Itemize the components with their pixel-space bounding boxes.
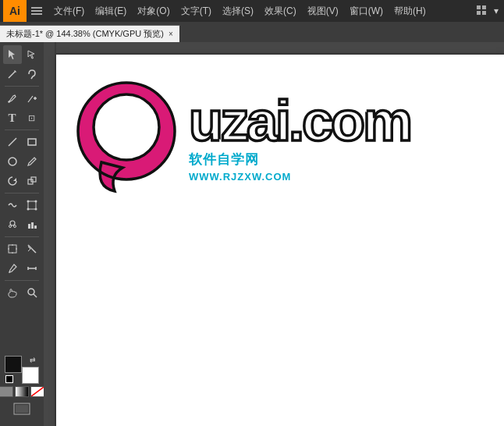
svg-point-19 [34, 201, 37, 203]
free-transform-tool[interactable] [23, 196, 41, 215]
svg-marker-4 [9, 50, 15, 59]
menu-chevron[interactable]: ▾ [492, 4, 501, 18]
color-section: ⇄ [0, 356, 44, 423]
svg-rect-12 [28, 139, 36, 145]
line-tool[interactable] [3, 133, 22, 151]
logo-text-block: uzai.com 软件自学网 WWW.RJZXW.COM [189, 94, 410, 183]
svg-point-23 [9, 225, 11, 228]
menu-object[interactable]: 对象(O) [132, 3, 175, 20]
column-graph-tool[interactable] [23, 215, 41, 234]
svg-rect-28 [9, 245, 16, 253]
zoom-tool[interactable] [23, 283, 41, 302]
color-mode-row [0, 386, 44, 397]
svg-rect-2 [477, 11, 481, 15]
direct-selection-tool[interactable] [23, 45, 41, 64]
svg-rect-1 [482, 5, 486, 9]
swap-colors-icon[interactable]: ⇄ [30, 356, 39, 365]
svg-point-20 [27, 208, 29, 211]
logo-sub-text: WWW.RJZXW.COM [189, 171, 410, 183]
svg-point-34 [9, 272, 10, 273]
rotate-tool[interactable] [3, 172, 22, 190]
workspace-switcher-icon[interactable] [473, 2, 492, 20]
svg-rect-43 [44, 42, 504, 55]
tab-title: 未标题-1* @ 144.38% (CMYK/GPU 预览) [6, 28, 164, 40]
menu-file[interactable]: 文件(F) [48, 3, 90, 20]
artboard-tool[interactable] [3, 240, 22, 258]
color-mode-none[interactable] [30, 386, 44, 397]
color-swatch-area: ⇄ [5, 356, 39, 384]
main-area: T ⊡ [0, 42, 504, 426]
svg-rect-17 [28, 201, 36, 209]
menu-help[interactable]: 帮助(H) [389, 3, 431, 20]
add-anchor-tool[interactable] [23, 89, 41, 108]
menu-select[interactable]: 选择(S) [217, 3, 259, 20]
svg-marker-5 [28, 51, 34, 59]
svg-rect-0 [477, 5, 481, 9]
nav-toggle-icon[interactable] [31, 4, 45, 18]
svg-point-24 [13, 225, 16, 228]
area-type-tool[interactable]: ⊡ [23, 108, 41, 127]
measure-tool[interactable] [23, 259, 41, 278]
menu-text[interactable]: 文字(T) [176, 3, 217, 20]
color-mode-solid[interactable] [0, 386, 13, 397]
scale-tool[interactable] [23, 172, 41, 190]
ruler-top [44, 42, 504, 55]
svg-rect-27 [34, 225, 37, 229]
hand-tool[interactable] [3, 283, 22, 302]
svg-rect-3 [482, 11, 486, 15]
ai-logo-icon: Ai [3, 0, 27, 22]
rectangle-tool[interactable] [23, 133, 41, 151]
lasso-tool[interactable] [23, 65, 41, 83]
type-tool[interactable]: T [3, 108, 22, 127]
toolbar-separator-3 [5, 193, 39, 193]
menu-bar: Ai 文件(F) 编辑(E) 对象(O) 文字(T) 选择(S) 效果(C) 视… [0, 0, 504, 22]
canvas-area: uzai.com 软件自学网 WWW.RJZXW.COM [44, 42, 504, 426]
menu-view[interactable]: 视图(V) [302, 3, 344, 20]
canvas-document[interactable]: uzai.com 软件自学网 WWW.RJZXW.COM [56, 55, 504, 426]
svg-rect-42 [16, 405, 28, 413]
menu-effect[interactable]: 效果(C) [259, 3, 302, 20]
svg-rect-45 [44, 42, 56, 426]
svg-line-39 [34, 294, 37, 297]
menu-window[interactable]: 窗口(W) [344, 3, 389, 20]
logo-cn-text: 软件自学网 [189, 151, 410, 169]
svg-point-22 [10, 221, 15, 225]
left-toolbar: T ⊡ [0, 42, 44, 426]
logo-main-text: uzai.com [189, 94, 410, 147]
toolbar-separator-2 [5, 130, 39, 130]
warp-tool[interactable] [3, 196, 22, 215]
foreground-swatch[interactable] [5, 356, 22, 373]
svg-point-21 [34, 208, 37, 211]
speech-bubble-icon [72, 78, 193, 199]
reset-colors-icon[interactable] [5, 375, 13, 383]
eyedropper-tool[interactable] [3, 259, 22, 278]
ruler-left [44, 42, 56, 426]
tab-bar: 未标题-1* @ 144.38% (CMYK/GPU 预览) × [0, 22, 504, 42]
symbol-sprayer-tool[interactable] [3, 215, 22, 234]
document-tab[interactable]: 未标题-1* @ 144.38% (CMYK/GPU 预览) × [0, 25, 180, 42]
svg-line-6 [9, 72, 15, 78]
background-swatch[interactable] [22, 367, 39, 384]
paintbrush-tool[interactable] [23, 152, 41, 171]
screen-mode-btn[interactable] [13, 403, 30, 418]
slice-tool[interactable] [23, 240, 41, 258]
svg-point-38 [28, 289, 34, 295]
logo-artwork: uzai.com 软件自学网 WWW.RJZXW.COM [72, 78, 410, 199]
svg-rect-25 [28, 224, 30, 229]
svg-point-18 [27, 201, 29, 203]
selection-tool[interactable] [3, 45, 22, 64]
menu-edit[interactable]: 编辑(E) [90, 3, 132, 20]
svg-point-13 [9, 158, 16, 165]
ellipse-tool[interactable] [3, 152, 22, 171]
svg-rect-26 [31, 222, 34, 229]
color-mode-gradient[interactable] [15, 386, 29, 397]
tab-close-button[interactable]: × [169, 30, 173, 38]
svg-line-11 [9, 138, 16, 146]
toolbar-separator-5 [5, 280, 39, 281]
svg-marker-14 [13, 178, 16, 181]
magic-wand-tool[interactable] [3, 65, 22, 83]
svg-line-33 [28, 245, 36, 253]
pen-tool[interactable] [3, 89, 22, 108]
svg-point-8 [8, 101, 9, 102]
toolbar-separator-4 [5, 236, 39, 237]
